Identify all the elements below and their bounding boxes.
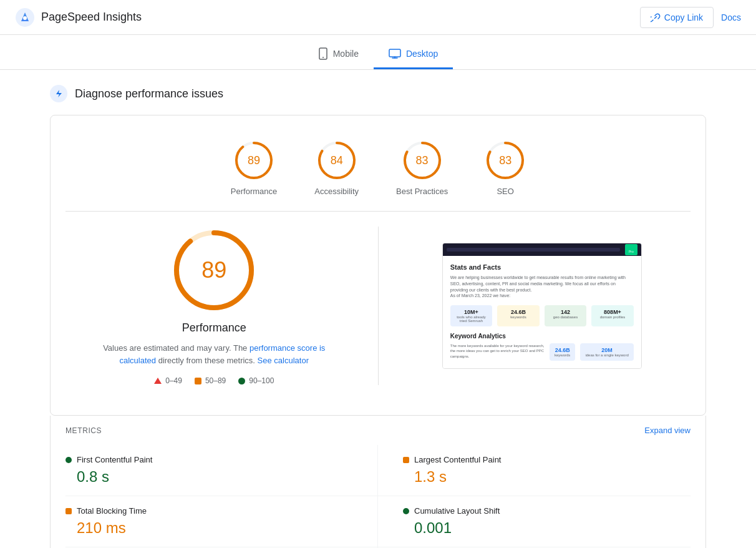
diagnose-icon	[50, 85, 67, 102]
stat-num-808m: 808M+	[594, 309, 631, 315]
triangle-icon	[154, 378, 162, 384]
metric-value-tbt: 210 ms	[65, 519, 352, 537]
stat-num-142: 142	[547, 309, 584, 315]
copy-link-button[interactable]: Copy Link	[640, 7, 714, 28]
metric-value-lcp: 1.3 s	[403, 468, 676, 486]
screenshot-stats-description: We are helping businesses worldwide to g…	[450, 275, 626, 292]
metrics-header: METRICS Expand view	[65, 426, 691, 435]
score-circle-best-practices: 83	[402, 140, 442, 180]
metric-name-tbt: Total Blocking Time	[77, 506, 147, 516]
pagespeed-logo	[15, 7, 35, 27]
big-score-number: 89	[201, 257, 226, 283]
score-number-accessibility: 84	[331, 154, 343, 167]
metric-value-cls: 0.001	[403, 519, 676, 537]
metric-header-tbt: Total Blocking Time	[65, 506, 352, 516]
stat-num-10m: 10M+	[453, 309, 490, 315]
tab-desktop-label: Desktop	[406, 49, 438, 59]
metric-value-fcp: 0.8 s	[65, 468, 352, 486]
legend-range-orange: 50–89	[205, 376, 226, 385]
header-left: PageSpeed Insights	[15, 7, 142, 27]
score-label-accessibility: Accessibility	[314, 187, 359, 196]
score-item-accessibility: 84 Accessibility	[314, 140, 359, 196]
legend-range-red: 0–49	[165, 376, 182, 385]
circle-icon	[238, 378, 245, 384]
desktop-icon	[389, 49, 401, 59]
metrics-section: METRICS Expand view First Contentful Pai…	[50, 416, 706, 548]
stat-box-10m: 10M+ tools who already tried Semrush	[450, 305, 493, 326]
stat-box-24b: 24.6B keywords	[497, 305, 540, 326]
metric-name-fcp: First Contentful Paint	[77, 455, 152, 464]
scores-row: 89 Performance 84 Accessibility	[65, 130, 691, 212]
kw-lbl-20m: ideas for a single keyword	[585, 353, 628, 357]
screenshot-kw-title: Keyword Analytics	[450, 333, 634, 340]
score-label-best-practices: Best Practices	[396, 187, 448, 196]
score-circle-performance: 89	[234, 140, 274, 180]
tab-mobile[interactable]: Mobile	[303, 40, 374, 69]
performance-description: Values are estimated and may vary. The p…	[95, 342, 332, 366]
metric-dot-lcp	[403, 457, 409, 463]
metrics-grid: First Contentful Paint 0.8 s Largest Con…	[65, 445, 691, 548]
lightning-icon	[54, 89, 64, 99]
legend-range-green: 90–100	[249, 376, 274, 385]
docs-link[interactable]: Docs	[721, 12, 741, 22]
metric-dot-fcp	[65, 457, 72, 463]
screenshot-stats-date: As of March 23, 2022 we have:	[450, 293, 511, 298]
diagnose-title: Diagnose performance issues	[75, 87, 223, 100]
metrics-title: METRICS	[65, 426, 102, 435]
see-calculator-link[interactable]: See calculator	[258, 356, 309, 365]
kw-lbl-24b: keywords	[555, 353, 570, 357]
score-item-seo: 83 SEO	[485, 140, 525, 196]
performance-detail: 89 Performance Values are estimated and …	[65, 212, 691, 400]
expand-view-button[interactable]: Expand view	[644, 426, 691, 435]
metric-name-cls: Cumulative Layout Shift	[414, 506, 500, 516]
nav-bar-content	[447, 248, 620, 252]
stat-lbl-142: geo databases	[547, 315, 584, 319]
metric-item-tbt: Total Blocking Time 210 ms	[65, 496, 378, 547]
legend-item-orange: 50–89	[195, 376, 226, 385]
screenshot-body: Stats and Facts We are helping businesse…	[443, 256, 641, 368]
score-number-performance: 89	[248, 154, 260, 167]
score-item-performance: 89 Performance	[231, 140, 277, 196]
stat-num-24b: 24.6B	[500, 309, 537, 315]
metric-header-fcp: First Contentful Paint	[65, 455, 352, 464]
score-circle-seo: 83	[485, 140, 525, 180]
screenshot-stats-row: 10M+ tools who already tried Semrush 24.…	[450, 305, 634, 326]
copy-link-label: Copy Link	[664, 12, 703, 22]
performance-left: 89 Performance Values are estimated and …	[65, 227, 379, 385]
metric-header-cls: Cumulative Layout Shift	[403, 506, 676, 516]
website-screenshot: Pro Stats and Facts We are helping busin…	[442, 243, 642, 369]
metric-dot-tbt	[65, 508, 72, 514]
metric-item-fcp: First Contentful Paint 0.8 s	[65, 445, 378, 496]
stat-lbl-24b: keywords	[500, 315, 537, 319]
header-right: Copy Link Docs	[640, 7, 741, 28]
score-label-seo: SEO	[497, 187, 513, 196]
kw-box-20m: 20M ideas for a single keyword	[580, 343, 633, 361]
link-icon	[651, 12, 661, 22]
header: PageSpeed Insights Copy Link Docs	[0, 0, 756, 35]
mobile-icon	[318, 47, 328, 60]
performance-right: Pro Stats and Facts We are helping busin…	[379, 227, 691, 385]
stat-lbl-808m: domain profiles	[594, 315, 631, 319]
perf-desc-part1: Values are estimated and may vary. The	[103, 343, 247, 353]
stat-box-808m: 808M+ domain profiles	[591, 305, 634, 326]
screenshot-kw-desc: The more keywords available for your key…	[450, 343, 545, 361]
kw-num-24b: 24.6B	[555, 347, 570, 353]
legend-item-red: 0–49	[154, 376, 182, 385]
svg-point-3	[322, 57, 324, 58]
score-label-performance: Performance	[231, 187, 277, 196]
stat-box-142: 142 geo databases	[545, 305, 587, 326]
perf-desc-part2: directly from these metrics.	[158, 356, 255, 365]
metric-item-lcp: Largest Contentful Paint 1.3 s	[378, 445, 691, 496]
legend-item-green: 90–100	[238, 376, 274, 385]
score-number-seo: 83	[499, 154, 511, 167]
app-title: PageSpeed Insights	[41, 11, 142, 24]
score-number-best-practices: 83	[416, 154, 429, 167]
tab-desktop[interactable]: Desktop	[374, 40, 453, 69]
tab-mobile-label: Mobile	[333, 49, 359, 59]
screenshot-navbar: Pro	[443, 243, 641, 256]
score-item-best-practices: 83 Best Practices	[396, 140, 448, 196]
metric-name-lcp: Largest Contentful Paint	[414, 455, 501, 464]
main-content: Diagnose performance issues 89 Performan…	[35, 70, 721, 548]
screenshot-stats-desc: We are helping businesses worldwide to g…	[450, 275, 634, 299]
legend-row: 0–49 50–89 90–100	[154, 376, 274, 385]
